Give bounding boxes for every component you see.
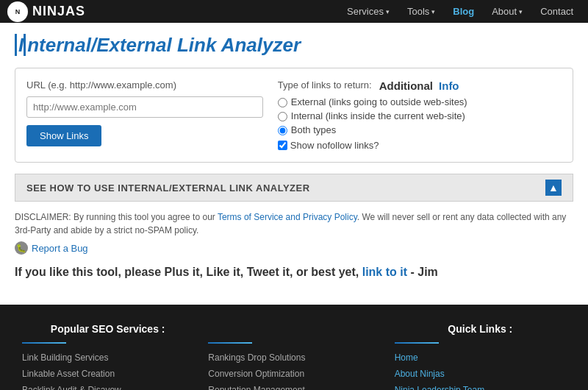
cta-link[interactable]: link to it (362, 266, 407, 278)
radio-internal-input[interactable] (278, 112, 287, 121)
footer-right-col: Quick Links : Home About Ninjas Ninja Le… (395, 323, 566, 390)
nav-about[interactable]: About ▾ (484, 0, 530, 23)
additional-label: Additional (379, 79, 433, 92)
footer: Popular SEO Services : Link Building Ser… (0, 305, 588, 390)
accordion-bar[interactable]: SEE HOW TO USE INTERNAL/EXTERNAL LINK AN… (15, 174, 573, 202)
nofollow-checkbox[interactable] (278, 141, 287, 150)
footer-ql-1[interactable]: Home (395, 352, 566, 363)
radio-external: External (links going to outside web-sit… (278, 96, 562, 107)
show-links-button[interactable]: Show Links (26, 125, 101, 146)
nav-blog[interactable]: Blog (445, 0, 481, 23)
tos-link[interactable]: Terms of Service and Privacy Policy (218, 212, 357, 222)
main-content: Internal/External Link Analyzer URL (e.g… (0, 23, 588, 305)
additional-info: Info (439, 79, 459, 92)
tool-right: Type of links to return: Additional Info… (278, 79, 562, 151)
nav-contact[interactable]: Contact (533, 0, 581, 23)
chevron-down-icon: ▾ (519, 8, 523, 15)
radio-group: External (links going to outside web-sit… (278, 96, 562, 135)
footer-seo-title: Popular SEO Services : (22, 323, 193, 335)
nav-services[interactable]: Services ▾ (340, 0, 397, 23)
logo[interactable]: N NINJAS (7, 1, 85, 22)
footer-link-5[interactable]: Rankings Drop Solutions (208, 352, 379, 363)
chevron-down-icon: ▾ (386, 8, 390, 15)
footer-ql-3[interactable]: Ninja Leadership Team (395, 385, 566, 390)
bug-label: Report a Bug (32, 243, 88, 254)
nav-items: Services ▾ Tools ▾ Blog About ▾ Contact (340, 0, 581, 23)
footer-link-7[interactable]: Reputation Management (208, 385, 379, 390)
footer-link-3[interactable]: Backlink Audit & Disavow (22, 385, 193, 390)
tool-box: URL (e.g. http://www.example.com) Show L… (15, 68, 573, 163)
accordion-text: SEE HOW TO USE INTERNAL/EXTERNAL LINK AN… (26, 182, 310, 194)
tool-right-header: Type of links to return: Additional Info (278, 79, 562, 92)
disclaimer: DISCLAIMER: By running this tool you agr… (15, 210, 573, 237)
radio-internal: Internal (links inside the current web-s… (278, 110, 562, 121)
radio-both-input[interactable] (278, 126, 287, 135)
url-input[interactable] (26, 96, 263, 118)
footer-divider (22, 342, 66, 344)
footer-quick-title: Quick Links : (395, 323, 566, 335)
cta-text: If you like this tool, please Plus it, L… (15, 266, 573, 279)
footer-link-2[interactable]: Linkable Asset Creation (22, 369, 193, 379)
footer-seo-col1: Popular SEO Services : Link Building Ser… (22, 323, 193, 390)
footer-divider2 (208, 342, 252, 344)
chevron-down-icon: ▾ (431, 8, 435, 15)
footer-grid: Popular SEO Services : Link Building Ser… (22, 323, 566, 390)
footer-seo-col2: Rankings Drop Solutions Conversion Optim… (208, 323, 379, 390)
nav-tools[interactable]: Tools ▾ (400, 0, 442, 23)
url-label: URL (e.g. http://www.example.com) (26, 79, 263, 91)
footer-quick-links: Quick Links : Home About Ninjas Ninja Le… (395, 323, 566, 390)
footer-link-6[interactable]: Conversion Optimization (208, 369, 379, 379)
page-title: Internal/External Link Analyzer (15, 34, 573, 57)
navbar: N NINJAS Services ▾ Tools ▾ Blog About ▾… (0, 0, 588, 23)
accordion-toggle-button[interactable]: ▲ (545, 180, 562, 196)
nofollow-row: Show nofollow links? (278, 140, 562, 151)
footer-seo-title2 (208, 323, 379, 335)
logo-text: NINJAS (32, 4, 85, 19)
footer-divider3 (395, 342, 439, 344)
radio-external-input[interactable] (278, 98, 287, 107)
bug-report-link[interactable]: 🐛 Report a Bug (15, 241, 573, 255)
footer-link-1[interactable]: Link Building Services (22, 352, 193, 363)
footer-ql-2[interactable]: About Ninjas (395, 369, 566, 379)
logo-icon: N (7, 1, 28, 22)
bug-icon: 🐛 (15, 241, 28, 255)
tool-left: URL (e.g. http://www.example.com) Show L… (26, 79, 263, 151)
type-label: Type of links to return: (278, 79, 372, 91)
radio-both: Both types (278, 124, 562, 135)
